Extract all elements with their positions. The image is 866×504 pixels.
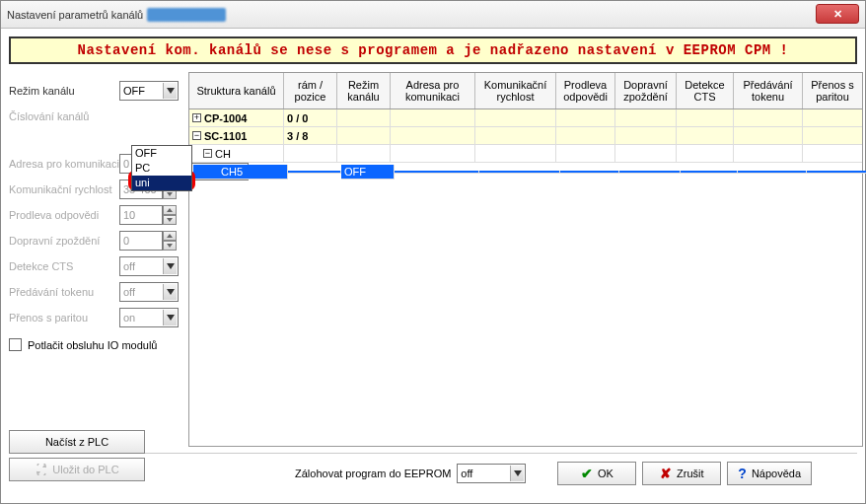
- grid-header: Struktura kanálůrám / poziceRežim kanálu…: [189, 73, 862, 109]
- table-row[interactable]: CH5OFF: [189, 163, 249, 180]
- expand-icon[interactable]: +: [192, 113, 201, 122]
- chevron-down-icon: [510, 466, 524, 481]
- load-from-plc-button[interactable]: Načíst z PLC: [9, 430, 145, 454]
- chevron-down-icon: [163, 310, 177, 325]
- select-rezim-kanalu[interactable]: OFF: [119, 81, 179, 101]
- row-parita: Přenos s paritou on: [9, 307, 179, 328]
- column-header[interactable]: Struktura kanálů: [189, 73, 284, 108]
- chevron-down-icon: [163, 258, 177, 274]
- left-panel: Režim kanálu OFF Číslování kanálů Adresa…: [9, 72, 179, 447]
- label-zpozdeni: Dopravní zpoždění: [9, 235, 119, 247]
- backup-label: Zálohovat program do EEPROM: [295, 468, 451, 479]
- table-row[interactable]: −CH: [189, 145, 862, 163]
- column-header[interactable]: rám / pozice: [284, 73, 337, 108]
- banner-text: Nastavení kom. kanálů se nese s programe…: [77, 42, 788, 58]
- dropdown-option[interactable]: OFF: [132, 146, 191, 161]
- select-backup[interactable]: off: [457, 464, 526, 483]
- close-button[interactable]: ✕: [816, 4, 859, 24]
- checkbox-potlacit[interactable]: Potlačit obsluhu IO modulů: [9, 338, 179, 351]
- check-icon: ✔: [581, 466, 593, 481]
- checkbox-box: [9, 338, 22, 351]
- warning-banner: Nastavení kom. kanálů se nese s programe…: [9, 36, 857, 64]
- chevron-down-icon: [163, 83, 177, 99]
- title-redacted: [147, 8, 226, 22]
- save-to-plc-button[interactable]: Uložit do PLC: [9, 458, 145, 481]
- window-title: Nastavení parametrů kanálů: [7, 9, 143, 21]
- label-parita: Přenos s paritou: [9, 312, 119, 324]
- label-adresa: Adresa pro komunikaci: [9, 158, 119, 170]
- window: Nastavení parametrů kanálů ✕ Nastavení k…: [0, 0, 866, 504]
- table-row[interactable]: −SC-11013 / 8: [189, 127, 862, 145]
- row-prodleva: Prodleva odpovědi 10: [9, 204, 179, 226]
- label-prodleva: Prodleva odpovědi: [9, 209, 119, 221]
- column-header[interactable]: Dopravní zpoždění: [615, 73, 677, 108]
- row-token: Předávání tokenu off: [9, 281, 179, 303]
- cancel-button[interactable]: ✘ Zrušit: [642, 462, 721, 485]
- label-cislovani: Číslování kanálů: [9, 110, 119, 122]
- help-button[interactable]: ? Nápověda: [727, 462, 812, 485]
- label-rezim-kanalu: Režim kanálu: [9, 85, 119, 97]
- column-header[interactable]: Režim kanálu: [337, 73, 391, 108]
- label-rychlost: Komunikační rychlost: [9, 183, 119, 195]
- spinner-zpozdeni[interactable]: 0: [119, 231, 177, 251]
- label-detekce: Detekce CTS: [9, 260, 119, 272]
- label-token: Předávání tokenu: [9, 286, 119, 298]
- collapse-icon[interactable]: −: [203, 149, 212, 158]
- channel-grid: Struktura kanálůrám / poziceRežim kanálu…: [188, 72, 863, 447]
- column-header[interactable]: Adresa pro komunikaci: [391, 73, 475, 108]
- chevron-down-icon: [163, 284, 177, 300]
- cross-icon: ✘: [660, 466, 672, 481]
- ok-button[interactable]: ✔ OK: [557, 462, 636, 485]
- row-cislovani-kanalu: Číslování kanálů: [9, 106, 179, 127]
- checkbox-label: Potlačit obsluhu IO modulů: [28, 339, 157, 351]
- table-row[interactable]: +CP-10040 / 0: [189, 109, 862, 127]
- select-token[interactable]: off: [119, 282, 179, 302]
- select-parita[interactable]: on: [119, 308, 179, 327]
- column-header[interactable]: Prodleva odpovědi: [556, 73, 615, 108]
- titlebar: Nastavení parametrů kanálů ✕: [1, 1, 865, 29]
- rezim-dropdown-list[interactable]: OFFPCuni: [131, 145, 192, 191]
- help-icon: ?: [738, 466, 747, 481]
- dropdown-option[interactable]: PC: [132, 161, 191, 176]
- dropdown-option[interactable]: uni: [132, 176, 191, 190]
- row-zpozdeni: Dopravní zpoždění 0: [9, 230, 179, 252]
- close-icon: ✕: [833, 8, 842, 21]
- row-detekce: Detekce CTS off: [9, 255, 179, 277]
- column-header[interactable]: Předávání tokenu: [734, 73, 803, 108]
- select-detekce[interactable]: off: [119, 256, 179, 276]
- column-header[interactable]: Přenos s paritou: [803, 73, 862, 108]
- refresh-icon: [35, 464, 48, 475]
- row-rezim-kanalu: Režim kanálu OFF: [9, 80, 179, 102]
- collapse-icon[interactable]: −: [192, 131, 201, 140]
- column-header[interactable]: Komunikační rychlost: [475, 73, 556, 108]
- grid-body[interactable]: +CP-10040 / 0−SC-11013 / 8−CHCH5OFF: [189, 109, 862, 446]
- spinner-prodleva[interactable]: 10: [119, 205, 177, 225]
- column-header[interactable]: Detekce CTS: [677, 73, 734, 108]
